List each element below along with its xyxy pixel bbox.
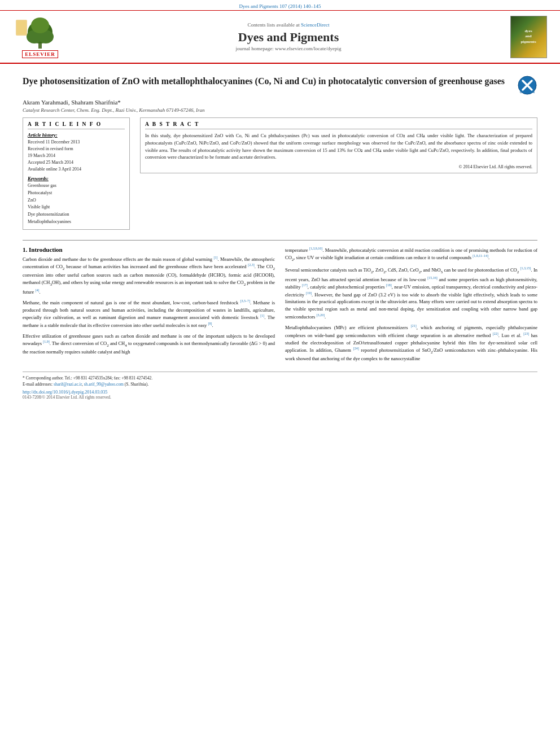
dyes-pigments-badge: dyes and pigments [510, 16, 547, 58]
svg-point-4 [31, 18, 49, 33]
keyword-photocatalyst: Photocatalyst [28, 190, 125, 197]
article-title-block: Dye photosensitization of ZnO with metal… [23, 75, 537, 95]
keywords-heading: Keywords: [28, 176, 125, 181]
elsevier-logo: ELSEVIER [9, 15, 71, 58]
doi-link[interactable]: http://dx.doi.org/10.1016/j.dyepig.2014.… [23, 390, 537, 395]
history-heading: Article history: [28, 132, 125, 138]
journal-center: Contents lists available at ScienceDirec… [71, 22, 506, 51]
body-right-column: temperature [1,3,9,10]. Meanwhile, photo… [285, 246, 537, 366]
journal-ref-text: Dyes and Pigments 107 (2014) 140–145 [239, 3, 321, 9]
authors: Akram Yarahmadi, Shahram Sharifnia* [23, 99, 537, 106]
body-left-column: 1. Introduction Carbon dioxide and metha… [23, 246, 275, 366]
abstract-box: A B S T R A C T In this study, dye photo… [140, 117, 537, 173]
svg-text:CrossMark: CrossMark [520, 90, 535, 94]
keyword-metallo: Metallophthalocyanines [28, 219, 125, 226]
svg-rect-6 [17, 21, 26, 34]
footnote-area: * Corresponding author. Tel.: +98 831 42… [23, 372, 537, 400]
revised-date: 19 March 2014 [28, 152, 125, 159]
abstract-column: A B S T R A C T In this study, dye photo… [140, 117, 537, 234]
crossmark-icon: CrossMark [517, 75, 537, 95]
keyword-visible: Visible light [28, 204, 125, 211]
homepage-link: journal homepage: www.elsevier.com/locat… [71, 46, 506, 51]
intro-para-1: Carbon dioxide and methane due to the gr… [23, 255, 275, 295]
journal-reference: Dyes and Pigments 107 (2014) 140–145 [0, 0, 560, 11]
journal-header: ELSEVIER Contents lists available at Sci… [0, 11, 560, 64]
section-divider [23, 240, 537, 241]
received-date: Received 11 December 2013 [28, 139, 125, 146]
abstract-text: In this study, dye photosensitized ZnO w… [145, 132, 532, 161]
intro-para-4: temperature [1,3,9,10]. Meanwhile, photo… [285, 246, 537, 263]
footnote-star: * Corresponding author. Tel.: +98 831 42… [23, 375, 537, 381]
revised-label: Received in revised form [28, 146, 125, 152]
intro-heading: 1. Introduction [23, 246, 275, 253]
sciencedirect-link[interactable]: ScienceDirect [301, 22, 329, 28]
intro-para-5: Several semiconductor catalysts such as … [285, 266, 537, 320]
article-info-box: A R T I C L E I N F O Article history: R… [23, 117, 130, 230]
keyword-greenhouse: Greenhouse gas [28, 182, 125, 190]
affiliation: Catalyst Research Center, Chem. Eng. Dep… [23, 107, 537, 113]
keyword-zno: ZnO [28, 197, 125, 204]
keyword-dye: Dye photosensitization [28, 211, 125, 219]
info-abstract-section: A R T I C L E I N F O Article history: R… [23, 117, 537, 234]
intro-para-3: Effective utilization of greenhouse gase… [23, 333, 275, 356]
article-info-column: A R T I C L E I N F O Article history: R… [23, 117, 130, 234]
accepted-date: Accepted 25 March 2014 [28, 159, 125, 166]
journal-title: Dyes and Pigments [71, 30, 506, 45]
keywords-section: Keywords: Greenhouse gas Photocatalyst Z… [28, 176, 125, 226]
footnote-email: E-mail addresses: sharif@razi.ac.ir, sh.… [23, 381, 537, 387]
journal-badge: dyes and pigments [506, 16, 551, 58]
issn-line: 0143-7208/© 2014 Elsevier Ltd. All right… [23, 395, 537, 400]
copyright: © 2014 Elsevier Ltd. All rights reserved… [145, 164, 532, 169]
intro-para-2: Methane, the main component of natural g… [23, 299, 275, 329]
contents-link: Contents lists available at ScienceDirec… [71, 22, 506, 28]
intro-para-6: Metallophthalocyanines (MPc) are efficie… [285, 324, 537, 362]
elsevier-tree-icon [15, 15, 65, 49]
elsevier-label: ELSEVIER [22, 50, 58, 58]
body-section: 1. Introduction Carbon dioxide and metha… [23, 246, 537, 366]
article-content: Dye photosensitization of ZnO with metal… [0, 64, 560, 405]
article-info-title: A R T I C L E I N F O [28, 121, 125, 129]
available-date: Available online 3 April 2014 [28, 166, 125, 173]
abstract-title: A B S T R A C T [145, 121, 532, 129]
article-title-text: Dye photosensitization of ZnO with metal… [23, 75, 517, 88]
